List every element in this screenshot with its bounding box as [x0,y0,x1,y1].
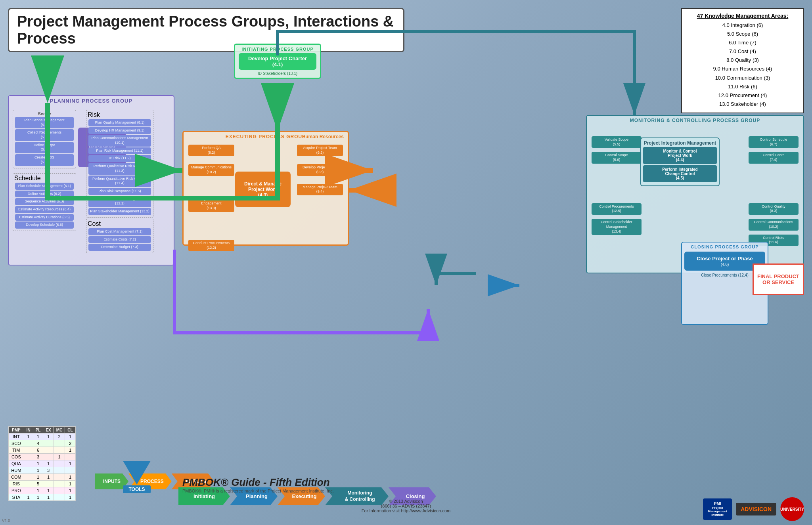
close-project-number: (4.6) [687,262,763,267]
label-pro: PRO [9,487,24,494]
cost-label: Cost [88,220,152,227]
tools-triangle [123,461,151,485]
perform-quantitative-risk: Perform Quantitative Risk Analysis (11.4… [88,176,151,187]
sequence-activities: Sequence Activities (6.3) [15,198,74,205]
planning-process-group: PLANNING PROCESS GROUP Scope Plan Scope … [8,95,174,265]
table-row-qua: QUA 1 1 1 [9,460,76,467]
tim-cl: 1 [65,447,75,454]
ris-pl: 5 [33,481,43,487]
copyright-line1: © 2013 Advisicon [362,499,450,504]
knowledge-item-10: 13.0 Stakeholder (4) [688,100,797,109]
sco-pl: 4 [33,440,43,447]
cos-cl [65,454,75,460]
close-project-title: Close Project or Phase [687,256,763,262]
label-cos: COS [9,454,24,460]
advisicon-text: ADVISICON [741,506,772,512]
plan-procurement-mgmt: Plan Procurement Management (12.1) [88,196,151,207]
table-row-int: INT 1 1 1 2 1 [9,433,76,440]
risk-label: Risk [88,111,152,118]
pmi-text: PMI [708,502,727,506]
legend-inputs-label: INPUTS [103,479,121,484]
qua-pl: 1 [33,460,43,467]
executing-right: Acquire Project Team(9.2) Develop Projec… [296,144,344,196]
control-procurements: Control Procurements(12.5) [592,203,642,215]
determine-budget: Determine Budget (7.3) [88,244,151,251]
sta-pl: 1 [33,494,43,501]
table-row-com: COM 1 1 1 [9,474,76,481]
table-header-ex: EX [43,427,54,433]
int-ex: 1 [43,433,54,440]
com-cl: 1 [65,474,75,481]
pmbok-guide-title: PMBOK® Guide - Fifth Edition [182,476,334,489]
com-mc [54,474,65,481]
label-sco: SCO [9,440,24,447]
table-row-hum: HUM 1 3 [9,467,76,474]
qua-in [24,460,33,467]
final-product-box: FINAL PRODUCT OR SERVICE [753,263,804,295]
initiating-process-group: INITIATING PROCESS GROUP Develop Project… [234,44,321,79]
table-row-cos: COS 3 1 [9,454,76,460]
final-product-text: FINAL PRODUCT OR SERVICE [754,273,803,285]
executing-left: Perform QA(8.2) Manage Communications(10… [188,144,235,252]
plan-communications-mgmt: Plan Communications Management (10.1) [88,135,151,146]
tim-pl: 6 [33,447,43,454]
conduct-procurements: Conduct Procurements(12.2) [188,240,234,251]
cost-section: Cost Plan Cost Management (7.1) Estimate… [86,219,153,253]
risk-section: Risk Plan Quality Management (8.1) Devel… [86,110,153,218]
copyright-line3: For Information visit http://www.Advisic… [362,508,450,513]
version-label: V1.0 [2,519,10,523]
knowledge-item-7: 10.0 Communication (3) [688,74,797,82]
acquire-project-team: Acquire Project Team(9.2) [297,145,343,156]
knowledge-item-4: 7.0 Cost (4) [688,47,797,56]
scope-section: Scope Plan Scope Management(5.1) Collect… [13,110,76,168]
develop-charter-box: Develop Project Charter (4.1) [239,53,316,70]
label-ris: RIS [9,481,24,487]
knowledge-item-2: 5.0 Scope (6) [688,30,797,38]
int-cl: 1 [65,433,75,440]
manage-project-team: Manage Project Team(9.4) [297,184,343,195]
hr-label: Human Resources [302,134,344,139]
define-scope: Define Scope(5.3) [15,142,74,153]
int-in: 1 [24,433,33,440]
schedule-section: Schedule Plan Schedule Management (6.1) … [13,173,76,231]
pmi-logo: PMI ProjectManagementInstitute [703,498,732,520]
copyright-line2: (866) 36 – ADVIS (23847) [362,504,450,508]
table-header-cl: CL [65,427,75,433]
hum-ex: 3 [43,467,54,474]
knowledge-areas-title: 47 Knowledge Management Areas: [688,13,797,19]
com-ex: 1 [43,474,54,481]
knowledge-areas-box: 47 Knowledge Management Areas: 4.0 Integ… [681,8,804,113]
int-pl: 1 [33,433,43,440]
cos-in [24,454,33,460]
knowledge-item-1: 4.0 Integration (6) [688,21,797,30]
table-row-ris: RIS 5 1 [9,481,76,487]
qua-ex: 1 [43,460,54,467]
control-stakeholder-mgmt: Control Stakeholder Management(13.4) [592,219,642,235]
ris-cl: 1 [65,481,75,487]
sta-ex: 1 [43,494,54,501]
process-count-table: PMI* IN PL EX MC CL INT 1 1 1 2 1 SCO 4 [8,426,76,501]
label-hum: HUM [9,467,24,474]
tim-ex [43,447,54,454]
hum-in [24,467,33,474]
control-quality: Control Quality(8.3) [749,203,799,215]
monitoring-group-label: MONITORING & CONTROLLING PROCESS GROUP [587,118,803,123]
ris-in [24,481,33,487]
plan-scope-mgmt: Plan Scope Management(5.1) [15,117,74,128]
table-header-mc: MC [54,427,65,433]
label-qua: QUA [9,460,24,467]
plan-schedule-mgmt: Plan Schedule Management (6.1) [15,183,74,190]
create-wbs: Create WBS(5.4) [15,154,74,166]
ris-ex [43,481,54,487]
pmbok-title-area: PMBOK® Guide - Fifth Edition PMBOK®, PMI… [182,476,334,493]
pmbok-guide-sub: PMBOK®, PMI® is a registered mark of the… [182,489,334,493]
id-stakeholders-label: ID Stakeholders (13.1) [237,71,318,76]
manage-communications: Manage Communications(10.2) [188,164,234,176]
com-in [24,474,33,481]
scope-label: Scope [14,111,75,116]
hum-pl: 1 [33,467,43,474]
perform-integrated-change-control: Perform IntegratedChange Control(4.5) [643,165,717,182]
pmi-subtext: ProjectManagementInstitute [708,506,727,517]
cos-pl: 3 [33,454,43,460]
planning-group-label: PLANNING PROCESS GROUP [9,98,174,104]
